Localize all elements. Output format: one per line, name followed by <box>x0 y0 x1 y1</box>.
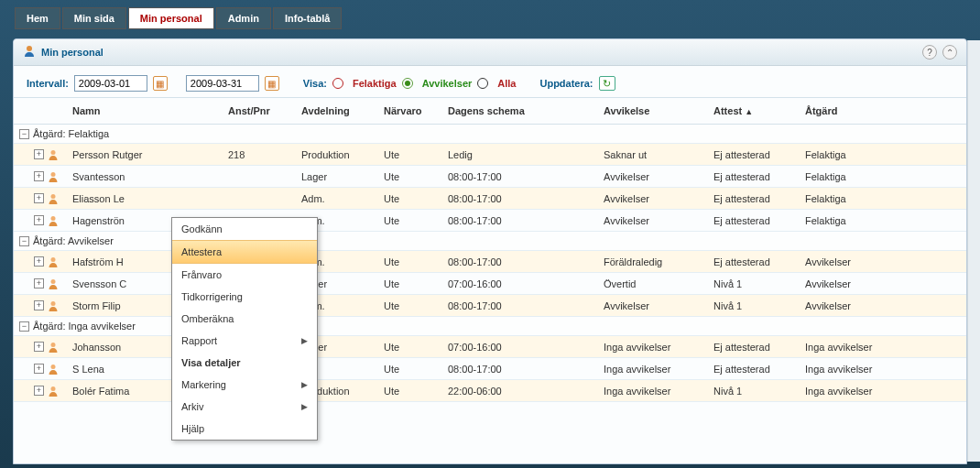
group-label: Åtgärd: Felaktiga <box>33 128 109 139</box>
tab-min-personal[interactable]: Min personal <box>128 7 214 29</box>
tab-hem[interactable]: Hem <box>15 7 60 29</box>
table-row[interactable]: + Hafström H Adm. Ute 08:00-17:00 Föräld… <box>14 251 966 273</box>
table-row[interactable]: + Hagenströn Adm. Ute 08:00-17:00 Avvike… <box>14 210 966 232</box>
expand-row-icon[interactable]: + <box>34 256 44 267</box>
expand-row-icon[interactable]: + <box>34 171 44 181</box>
table-row[interactable]: + Persson Rutger 218 Produktion Ute Ledi… <box>14 144 966 166</box>
menu-tidkorrigering[interactable]: Tidkorrigering <box>172 286 317 308</box>
person-icon <box>48 171 59 182</box>
col-attest[interactable]: Attest▲ <box>710 103 801 118</box>
cell-narvaro: Ute <box>380 338 444 356</box>
submenu-arrow-icon: ▶ <box>301 380 308 389</box>
svg-point-2 <box>51 172 56 177</box>
expand-row-icon[interactable]: + <box>34 215 44 225</box>
cell-narvaro: Ute <box>380 168 444 186</box>
person-icon <box>48 300 59 311</box>
expand-row-icon[interactable]: + <box>34 193 44 203</box>
tab-info-tabla[interactable]: Info-tablå <box>273 7 343 29</box>
cell-avvik: Avvikelser <box>600 297 710 315</box>
cell-avvik: Föräldraledig <box>600 253 710 271</box>
cell-atgard: Inga avvikelser <box>801 338 911 356</box>
cell-narvaro: Ute <box>380 212 444 230</box>
cell-schema: 08:00-17:00 <box>444 360 600 378</box>
panel-header: Min personal ? ⌃ <box>14 39 966 66</box>
col-avvikelse[interactable]: Avvikelse <box>600 103 710 118</box>
menu-markering[interactable]: Markering▶ <box>172 374 317 396</box>
refresh-icon[interactable]: ↻ <box>599 76 615 91</box>
cell-schema: 08:00-17:00 <box>444 253 600 271</box>
cell-anst <box>224 173 298 180</box>
collapse-group-icon[interactable]: − <box>19 321 29 332</box>
table-row[interactable]: + Eliasson Le Adm. Ute 08:00-17:00 Avvik… <box>14 188 966 210</box>
table-row[interactable]: + Storm Filip Adm. Ute 08:00-17:00 Avvik… <box>14 295 966 317</box>
cell-atgard: Inga avvikelser <box>801 360 911 378</box>
col-namn[interactable]: Namn <box>69 103 224 118</box>
col-schema[interactable]: Dagens schema <box>444 103 600 118</box>
menu-franvaro[interactable]: Frånvaro <box>172 264 317 286</box>
person-icon <box>48 342 59 353</box>
table-row[interactable]: + Johansson Lager Ute 07:00-16:00 Inga a… <box>14 336 966 358</box>
cell-schema: 08:00-17:00 <box>444 297 600 315</box>
expand-row-icon[interactable]: + <box>34 278 44 288</box>
menu-arkiv[interactable]: Arkiv▶ <box>172 396 317 418</box>
table-row[interactable]: + Svensson C Lager Ute 07:00-16:00 Övert… <box>14 273 966 295</box>
svg-point-6 <box>51 279 56 284</box>
grid-header: Namn Anst/Pnr Avdelning Närvaro Dagens s… <box>14 98 966 125</box>
menu-rapport[interactable]: Rapport▶ <box>172 330 317 352</box>
col-avdelning[interactable]: Avdelning <box>298 103 380 118</box>
tab-admin[interactable]: Admin <box>216 7 271 29</box>
date-from-input[interactable] <box>74 75 147 92</box>
group-row-felaktiga[interactable]: − Åtgärd: Felaktiga <box>14 125 966 144</box>
menu-visa-detaljer[interactable]: Visa detaljer <box>172 352 317 374</box>
person-icon <box>48 278 59 289</box>
expand-row-icon[interactable]: + <box>34 342 44 352</box>
svg-point-0 <box>27 46 32 51</box>
cell-avd: Produktion <box>298 146 380 164</box>
expand-row-icon[interactable]: + <box>34 149 44 159</box>
calendar-icon[interactable]: ▦ <box>153 76 168 91</box>
radio-alla[interactable] <box>477 78 488 89</box>
table-row[interactable]: + S Lena Sälj Ute 08:00-17:00 Inga avvik… <box>14 358 966 380</box>
expand-row-icon[interactable]: + <box>34 300 44 310</box>
svg-point-8 <box>51 343 56 347</box>
group-row-avvikelser[interactable]: − Åtgärd: Avvikelser <box>14 232 966 251</box>
tab-min-sida[interactable]: Min sida <box>62 7 126 29</box>
sort-asc-icon: ▲ <box>745 107 753 116</box>
menu-hjalp[interactable]: Hjälp <box>172 418 317 440</box>
cell-avvik: Saknar ut <box>600 146 710 164</box>
cell-schema: 07:00-16:00 <box>444 338 600 356</box>
collapse-icon[interactable]: ⌃ <box>942 45 957 60</box>
cell-avvik: Avvikelser <box>600 190 710 208</box>
col-narvaro[interactable]: Närvaro <box>380 103 444 118</box>
cell-schema: 08:00-17:00 <box>444 168 600 186</box>
collapse-group-icon[interactable]: − <box>19 236 29 246</box>
menu-godkann[interactable]: Godkänn <box>172 218 317 240</box>
radio-felaktiga[interactable] <box>332 78 343 89</box>
radio-avvikelser[interactable] <box>402 78 413 89</box>
help-icon[interactable]: ? <box>922 45 937 60</box>
collapse-group-icon[interactable]: − <box>19 129 29 139</box>
svg-point-10 <box>51 386 56 391</box>
person-icon <box>48 256 59 267</box>
person-icon <box>48 215 59 226</box>
menu-attestera[interactable]: Attestera <box>172 240 317 264</box>
group-row-inga[interactable]: − Åtgärd: Inga avvikelser <box>14 317 966 336</box>
radio-alla-label[interactable]: Alla <box>497 78 516 89</box>
submenu-arrow-icon: ▶ <box>301 402 308 411</box>
col-atgard[interactable]: Åtgärd <box>801 103 911 118</box>
cell-narvaro: Ute <box>380 297 444 315</box>
calendar-icon[interactable]: ▦ <box>265 76 279 91</box>
date-to-input[interactable] <box>186 75 259 92</box>
menu-omberakna[interactable]: Omberäkna <box>172 308 317 330</box>
cell-schema: 07:00-16:00 <box>444 275 600 293</box>
cell-atgard: Inga avvikelser <box>801 382 911 400</box>
expand-row-icon[interactable]: + <box>34 386 44 396</box>
cell-schema: 08:00-17:00 <box>444 190 600 208</box>
vertical-scrollbar[interactable] <box>967 40 980 462</box>
col-anst[interactable]: Anst/Pnr <box>224 103 298 118</box>
table-row[interactable]: + Svantesson Lager Ute 08:00-17:00 Avvik… <box>14 166 966 188</box>
radio-felaktiga-label[interactable]: Felaktiga <box>353 78 397 89</box>
expand-row-icon[interactable]: + <box>34 364 44 374</box>
table-row[interactable]: + Bolér Fatima 213 Produktion Ute 22:00-… <box>14 380 966 402</box>
radio-avvikelser-label[interactable]: Avvikelser <box>422 78 473 89</box>
